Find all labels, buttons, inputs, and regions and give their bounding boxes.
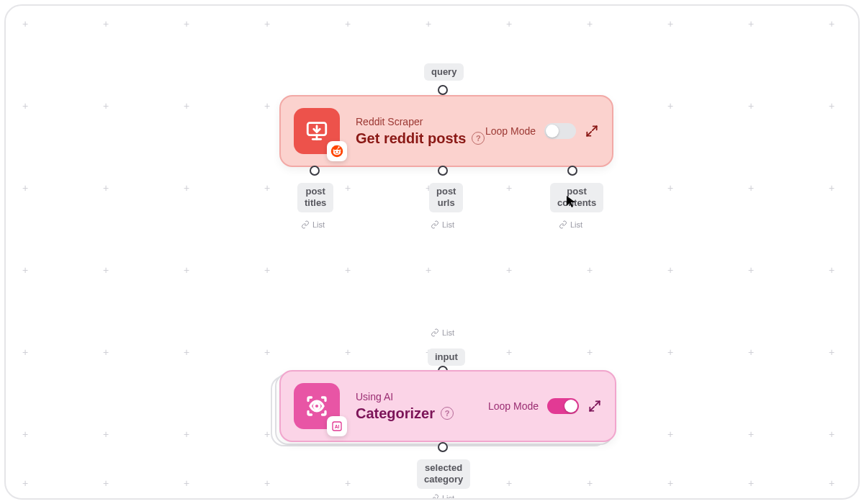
output-type-selected-category: List	[431, 494, 454, 500]
expand-icon[interactable]	[585, 124, 599, 138]
node-categorizer-stack: AI Using AI Categorizer ? Loop Mode	[271, 370, 616, 451]
output-type-post-urls: List	[431, 220, 454, 229]
input-label-query: query	[424, 63, 464, 81]
svg-point-9	[333, 149, 334, 150]
ai-icon: AI	[330, 420, 343, 433]
node2-subtitle: Using AI	[356, 391, 488, 402]
output-port-selected-category[interactable]	[438, 442, 448, 452]
expand-icon[interactable]	[588, 399, 602, 413]
output-label-post-titles: post titles	[297, 183, 333, 212]
node1-title: Get reddit posts ?	[356, 130, 485, 147]
help-icon[interactable]: ?	[472, 132, 485, 145]
loop-mode-label: Loop Mode	[488, 400, 539, 412]
categorizer-icon: AI	[294, 383, 340, 429]
node-categorizer[interactable]: AI Using AI Categorizer ? Loop Mode	[279, 370, 616, 442]
svg-point-11	[338, 146, 340, 148]
cursor-icon	[566, 195, 576, 210]
output-port-post-contents[interactable]	[567, 166, 577, 176]
node-reddit-scraper[interactable]: Reddit Scraper Get reddit posts ? Loop M…	[279, 95, 613, 167]
output-label-post-contents: post contents	[550, 183, 603, 212]
loop-mode-toggle[interactable]	[544, 123, 576, 139]
svg-point-7	[338, 151, 339, 153]
link-icon	[559, 220, 567, 229]
output-port-post-titles[interactable]	[310, 166, 320, 176]
node1-text: Reddit Scraper Get reddit posts ?	[356, 116, 485, 147]
link-icon	[431, 494, 439, 500]
node1-subtitle: Reddit Scraper	[356, 116, 485, 127]
help-icon[interactable]: ?	[441, 407, 454, 420]
monitor-download-icon	[305, 119, 329, 143]
svg-point-8	[339, 149, 341, 150]
svg-point-6	[335, 151, 336, 153]
reddit-scraper-icon	[294, 108, 340, 154]
svg-point-18	[314, 403, 320, 409]
ai-badge-icon: AI	[327, 416, 347, 436]
node2-controls: Loop Mode	[488, 398, 602, 414]
loop-mode-label: Loop Mode	[485, 125, 536, 137]
node2-text: Using AI Categorizer ?	[356, 391, 488, 422]
scan-eye-icon	[304, 393, 330, 419]
output-type-post-titles: List	[301, 220, 325, 229]
link-icon	[431, 328, 439, 337]
canvas-frame: // will be populated after JSON parse be…	[4, 4, 860, 500]
input-label-input: input	[428, 348, 465, 366]
input-port-query[interactable]	[438, 85, 448, 95]
node2-title: Categorizer ?	[356, 405, 488, 422]
loop-mode-toggle[interactable]	[547, 398, 579, 414]
link-icon	[301, 220, 310, 229]
output-label-post-urls: post urls	[429, 183, 463, 212]
node1-controls: Loop Mode	[485, 123, 599, 139]
link-icon	[431, 220, 439, 229]
output-label-selected-category: selected category	[417, 459, 470, 489]
output-type-post-contents: List	[559, 220, 582, 229]
workflow-canvas[interactable]: // will be populated after JSON parse be…	[6, 6, 858, 498]
input-type-input: List	[431, 328, 454, 337]
svg-text:AI: AI	[335, 424, 340, 429]
output-port-post-urls[interactable]	[438, 166, 448, 176]
reddit-icon	[330, 145, 343, 158]
reddit-badge-icon	[327, 141, 347, 161]
